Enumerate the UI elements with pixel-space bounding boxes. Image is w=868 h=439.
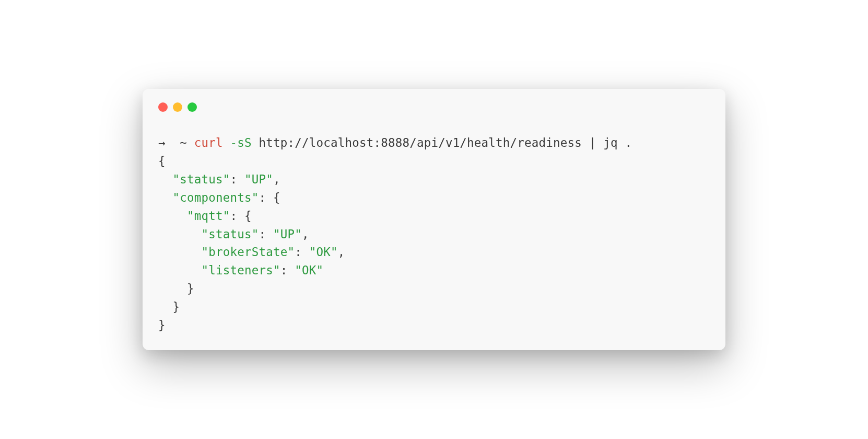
terminal-window: → ~ curl -sS http://localhost:8888/api/v… [143, 89, 725, 350]
terminal-token: : [280, 263, 295, 277]
terminal-token: : [295, 245, 309, 259]
terminal-token: http://localhost:8888/api/v1/health/read… [252, 136, 632, 149]
terminal-token: : { [259, 191, 280, 204]
terminal-token: { [158, 154, 166, 168]
terminal-token: } [158, 300, 180, 314]
terminal-token [158, 209, 187, 223]
minimize-icon[interactable] [173, 102, 182, 112]
terminal-token: "status" [201, 227, 259, 241]
terminal-token: , [302, 227, 309, 241]
terminal-token: "UP" [273, 227, 302, 241]
terminal-token: : [259, 227, 273, 241]
terminal-token: "components" [173, 191, 259, 204]
window-titlebar [158, 102, 710, 112]
terminal-token [223, 136, 230, 149]
terminal-token: "OK" [309, 245, 338, 259]
close-icon[interactable] [158, 102, 168, 112]
terminal-token: , [338, 245, 345, 259]
terminal-token [158, 172, 173, 186]
terminal-token: "mqtt" [187, 209, 230, 223]
terminal-token: } [158, 318, 166, 332]
terminal-token: "UP" [244, 172, 273, 186]
terminal-content[interactable]: → ~ curl -sS http://localhost:8888/api/v… [158, 134, 710, 334]
terminal-token [158, 245, 201, 259]
terminal-token [158, 263, 201, 277]
terminal-token: "brokerState" [201, 245, 295, 259]
terminal-token: → ~ [158, 136, 194, 149]
terminal-token: "status" [173, 172, 230, 186]
terminal-token: : { [230, 209, 251, 223]
terminal-token: : [230, 172, 244, 186]
terminal-token: "OK" [295, 263, 323, 277]
zoom-icon[interactable] [187, 102, 197, 112]
terminal-token [158, 227, 201, 241]
terminal-token: , [273, 172, 280, 186]
terminal-token [158, 191, 173, 204]
terminal-token: } [158, 282, 194, 295]
terminal-token: "listeners" [201, 263, 280, 277]
terminal-token: -sS [230, 136, 251, 149]
terminal-token: curl [194, 136, 223, 149]
